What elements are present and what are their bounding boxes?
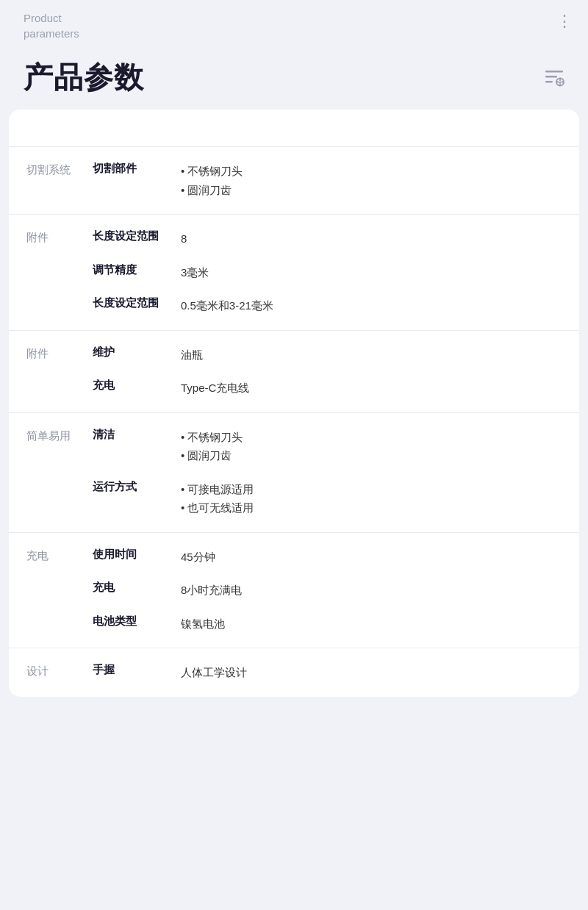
param-row-5: 设计手握人体工学设计: [9, 648, 579, 697]
param-value-1-2: 0.5毫米和3-21毫米: [181, 296, 562, 315]
sections-container: 切割系统切割部件• 不锈钢刀头• 圆润刀齿附件长度设定范围8调节精度3毫米长度设…: [9, 146, 579, 697]
param-label-2-1: 充电: [93, 379, 181, 393]
param-section-3: 简单易用清洁• 不锈钢刀头• 圆润刀齿运行方式• 可接电源适用• 也可无线适用: [9, 412, 579, 532]
menu-icon[interactable]: ⋮: [556, 10, 573, 31]
bullet-item: • 不锈钢刀头: [181, 428, 562, 447]
param-details-3: 清洁• 不锈钢刀头• 圆润刀齿运行方式• 可接电源适用• 也可无线适用: [93, 428, 562, 517]
param-details-0: 切割部件• 不锈钢刀头• 圆润刀齿: [93, 162, 562, 199]
param-category-5: 设计: [26, 663, 93, 678]
param-value-4-1: 8小时充满电: [181, 581, 562, 600]
param-details-1: 长度设定范围8调节精度3毫米长度设定范围0.5毫米和3-21毫米: [93, 229, 562, 315]
param-section-5: 设计手握人体工学设计: [9, 648, 579, 697]
param-value-1-0: 8: [181, 229, 562, 248]
param-details-4: 使用时间45分钟充电8小时充满电电池类型镍氢电池: [93, 548, 562, 634]
param-category-4: 充电: [26, 548, 93, 563]
param-label-1-2: 长度设定范围: [93, 296, 181, 310]
param-value-5-0: 人体工学设计: [181, 663, 562, 682]
svg-rect-2: [545, 81, 553, 83]
param-row-2: 附件维护油瓶充电Type-C充电线: [9, 331, 579, 412]
param-category-3: 简单易用: [26, 428, 93, 443]
top-bar: Product parameters ⋮: [0, 0, 588, 49]
param-label-2-0: 维护: [93, 345, 181, 359]
bullet-item: • 也可无线适用: [181, 498, 562, 517]
param-item-3-1: 运行方式• 可接电源适用• 也可无线适用: [93, 480, 562, 517]
param-item-4-0: 使用时间45分钟: [93, 548, 562, 567]
param-category-1: 附件: [26, 229, 93, 245]
param-label-0-0: 切割部件: [93, 162, 181, 176]
param-label-1-0: 长度设定范围: [93, 229, 181, 243]
param-value-4-2: 镍氢电池: [181, 615, 562, 634]
bullet-item: • 不锈钢刀头: [181, 162, 562, 181]
param-label-5-0: 手握: [93, 663, 181, 677]
svg-rect-4: [559, 82, 562, 83]
param-section-4: 充电使用时间45分钟充电8小时充满电电池类型镍氢电池: [9, 532, 579, 648]
param-section-2: 附件维护油瓶充电Type-C充电线: [9, 330, 579, 412]
svg-rect-1: [545, 76, 557, 78]
param-label-4-2: 电池类型: [93, 615, 181, 628]
param-item-3-0: 清洁• 不锈钢刀头• 圆润刀齿: [93, 428, 562, 465]
param-label-3-1: 运行方式: [93, 480, 181, 494]
page-title: 产品参数: [24, 57, 144, 98]
content-card: 切割系统切割部件• 不锈钢刀头• 圆润刀齿附件长度设定范围8调节精度3毫米长度设…: [9, 110, 579, 697]
param-value-3-1: • 可接电源适用• 也可无线适用: [181, 480, 562, 517]
param-value-1-1: 3毫米: [181, 263, 562, 282]
param-section-0: 切割系统切割部件• 不锈钢刀头• 圆润刀齿: [9, 146, 579, 214]
param-label-3-0: 清洁: [93, 428, 181, 442]
param-item-1-1: 调节精度3毫米: [93, 263, 562, 282]
param-label-1-1: 调节精度: [93, 263, 181, 277]
param-row-3: 简单易用清洁• 不锈钢刀头• 圆润刀齿运行方式• 可接电源适用• 也可无线适用: [9, 413, 579, 532]
param-value-2-1: Type-C充电线: [181, 379, 562, 398]
param-details-2: 维护油瓶充电Type-C充电线: [93, 345, 562, 398]
param-value-2-0: 油瓶: [181, 345, 562, 365]
param-category-0: 切割系统: [26, 162, 93, 177]
filter-icon[interactable]: [541, 65, 567, 91]
param-label-4-0: 使用时间: [93, 548, 181, 562]
param-item-1-0: 长度设定范围8: [93, 229, 562, 248]
param-row-1: 附件长度设定范围8调节精度3毫米长度设定范围0.5毫米和3-21毫米: [9, 215, 579, 330]
bullet-item: • 圆润刀齿: [181, 181, 562, 200]
card-top-space: [9, 110, 579, 146]
bullet-item: • 圆润刀齿: [181, 446, 562, 465]
param-row-4: 充电使用时间45分钟充电8小时充满电电池类型镍氢电池: [9, 533, 579, 648]
param-section-1: 附件长度设定范围8调节精度3毫米长度设定范围0.5毫米和3-21毫米: [9, 214, 579, 330]
bullet-item: • 可接电源适用: [181, 480, 562, 499]
param-value-0-0: • 不锈钢刀头• 圆润刀齿: [181, 162, 562, 199]
param-label-4-1: 充电: [93, 581, 181, 595]
param-value-4-0: 45分钟: [181, 548, 562, 567]
param-item-4-1: 充电8小时充满电: [93, 581, 562, 600]
param-item-2-0: 维护油瓶: [93, 345, 562, 365]
param-row-0: 切割系统切割部件• 不锈钢刀头• 圆润刀齿: [9, 147, 579, 214]
param-item-1-2: 长度设定范围0.5毫米和3-21毫米: [93, 296, 562, 315]
svg-rect-0: [545, 71, 563, 73]
param-item-0-0: 切割部件• 不锈钢刀头• 圆润刀齿: [93, 162, 562, 199]
param-item-4-2: 电池类型镍氢电池: [93, 615, 562, 634]
param-value-3-0: • 不锈钢刀头• 圆润刀齿: [181, 428, 562, 465]
param-details-5: 手握人体工学设计: [93, 663, 562, 682]
param-item-5-0: 手握人体工学设计: [93, 663, 562, 682]
param-item-2-1: 充电Type-C充电线: [93, 379, 562, 398]
param-category-2: 附件: [26, 345, 93, 361]
top-bar-title: Product parameters: [24, 10, 79, 41]
page-header: 产品参数: [0, 49, 588, 110]
